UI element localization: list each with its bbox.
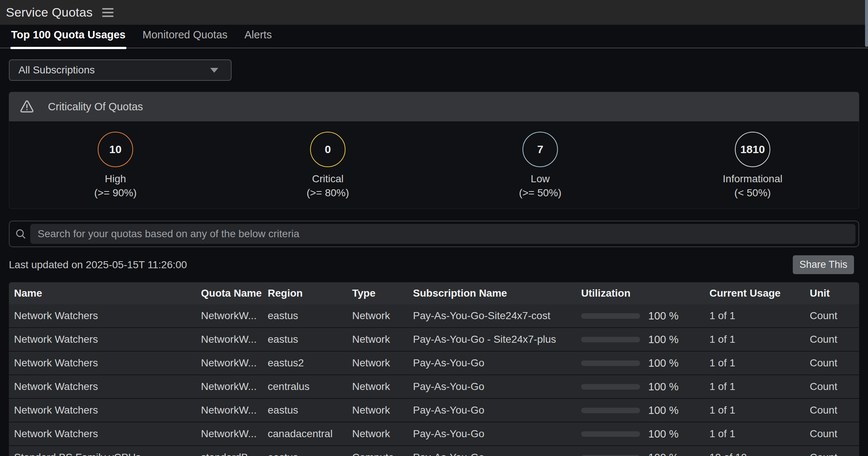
hamburger-menu-icon[interactable] [102,8,114,17]
status-row: Last updated on 2025-05-15T 11:26:00 Sha… [9,255,854,274]
utilization-percent: 100 % [648,404,678,417]
criticality-stat: 10 High (>= 90%) [9,132,222,199]
criticality-panel-header: Criticality Of Quotas [9,92,859,121]
stat-label: Low [531,173,549,185]
cell-unit: Count [810,357,859,369]
quota-usage-table: Name Quota Name Region Type Subscription… [9,282,859,456]
cell-unit: Count [810,310,859,322]
table-header-row: Name Quota Name Region Type Subscription… [9,282,859,304]
cell-name: Network Watchers [14,428,201,440]
cell-type: Network [352,428,413,440]
table-row[interactable]: Network Watchers NetworkW... eastus Netw… [9,304,859,328]
cell-type: Network [352,334,413,345]
column-header-subscription-name[interactable]: Subscription Name [413,287,581,299]
stat-circle: 10 [98,132,133,167]
cell-type: Network [352,404,413,416]
utilization-percent: 100 % [648,357,678,369]
utilization-bar-track [581,455,640,456]
utilization-bar-track [581,431,640,437]
cell-subscription-name: Pay-As-You-Go [413,404,581,416]
column-header-type[interactable]: Type [352,287,413,299]
subscription-dropdown[interactable]: All Subscriptions [9,59,232,81]
criticality-stat: 1810 Informational (< 50%) [646,132,859,199]
cell-type: Network [352,310,413,322]
table-row[interactable]: Network Watchers NetworkW... eastus Netw… [9,328,859,352]
utilization-percent: 100 % [648,334,678,346]
table-row[interactable]: Network Watchers NetworkW... canadacentr… [9,422,859,446]
cell-region: eastus [268,310,352,322]
warning-triangle-icon [19,99,35,114]
vertical-scrollbar-thumb[interactable] [865,0,868,47]
cell-region: eastus2 [268,357,352,369]
share-this-button[interactable]: Share This [793,255,854,274]
cell-region: centralus [268,381,352,393]
tab[interactable]: Monitored Quotas [143,29,228,48]
cell-name: Network Watchers [14,310,201,322]
last-updated-text: Last updated on 2025-05-15T 11:26:00 [9,259,187,271]
table-body: Network Watchers NetworkW... eastus Netw… [9,304,859,456]
cell-unit: Count [810,428,859,440]
cell-current-usage: 1 of 1 [709,334,810,345]
utilization-bar-track [581,408,640,413]
cell-unit: Count [810,334,859,345]
criticality-stat: 7 Low (>= 50%) [434,132,646,199]
cell-quota-name: NetworkW... [201,357,268,369]
cell-subscription-name: Pay-As-You-Go [413,428,581,440]
stat-threshold: (< 50%) [735,187,771,199]
column-header-region[interactable]: Region [268,287,352,299]
cell-subscription-name: Pay-As-You-Go - Site24x7-plus [413,334,581,345]
column-header-quota-name[interactable]: Quota Name [201,287,268,299]
column-header-unit[interactable]: Unit [810,287,859,299]
cell-utilization: 100 % [581,310,709,322]
cell-current-usage: 1 of 1 [709,310,810,322]
column-header-current-usage[interactable]: Current Usage [709,287,810,299]
cell-name: Network Watchers [14,334,201,345]
search-icon [15,228,27,240]
cell-type: Compute [352,452,413,456]
cell-unit: Count [810,381,859,393]
utilization-percent: 100 % [648,452,678,456]
cell-unit: Count [810,452,859,456]
cell-current-usage: 1 of 1 [709,428,810,440]
stat-threshold: (>= 90%) [94,187,136,199]
utilization-bar-track [581,360,640,366]
cell-name: Network Watchers [14,404,201,416]
cell-name: Standard BS Family vCPUs [14,452,201,456]
utilization-bar-track [581,313,640,319]
cell-current-usage: 10 of 10 [709,452,810,456]
stat-label: High [105,173,126,185]
tab-bar: Top 100 Quota Usages Monitored Quotas Al… [0,25,868,48]
cell-utilization: 100 % [581,357,709,369]
column-header-name[interactable]: Name [14,287,201,299]
cell-quota-name: NetworkW... [201,310,268,322]
cell-type: Network [352,357,413,369]
cell-utilization: 100 % [581,428,709,440]
criticality-panel: Criticality Of Quotas 10 High (>= 90%) 0… [9,92,859,209]
cell-utilization: 100 % [581,404,709,417]
stat-label: Informational [723,173,782,185]
criticality-panel-title: Criticality Of Quotas [48,101,143,113]
utilization-bar-track [581,384,640,390]
cell-quota-name: NetworkW... [201,428,268,440]
cell-region: canadacentral [268,428,352,440]
stat-threshold: (>= 80%) [306,187,349,199]
table-row[interactable]: Network Watchers NetworkW... eastus Netw… [9,399,859,422]
tab[interactable]: Top 100 Quota Usages [11,29,126,48]
column-header-utilization[interactable]: Utilization [581,287,709,299]
cell-current-usage: 1 of 1 [709,357,810,369]
cell-region: eastus [268,404,352,416]
cell-current-usage: 1 of 1 [709,381,810,393]
cell-quota-name: standardB... [201,452,268,456]
criticality-stat: 0 Critical (>= 80%) [222,132,434,199]
utilization-percent: 100 % [648,381,678,393]
table-row[interactable]: Network Watchers NetworkW... centralus N… [9,375,859,399]
table-row[interactable]: Network Watchers NetworkW... eastus2 Net… [9,352,859,375]
tab[interactable]: Alerts [244,29,272,48]
cell-subscription-name: Pay-As-You-Go [413,381,581,393]
cell-name: Network Watchers [14,381,201,393]
search-input[interactable] [30,224,855,244]
page-title: Service Quotas [6,5,93,20]
cell-current-usage: 1 of 1 [709,404,810,416]
table-row[interactable]: Standard BS Family vCPUs standardB... ea… [9,446,859,456]
quota-search-bar [9,221,859,247]
